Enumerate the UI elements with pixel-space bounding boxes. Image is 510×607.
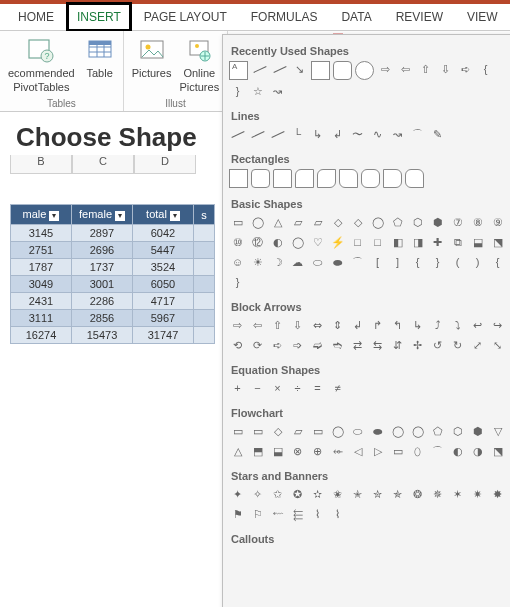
col-header-b[interactable]: B (10, 155, 72, 174)
shape-item[interactable]: ⬡ (409, 214, 426, 231)
shape-item[interactable]: ☽ (269, 254, 286, 271)
shape-item[interactable]: ⧉ (449, 234, 466, 251)
shape-item[interactable]: ⤵ (449, 317, 466, 334)
shape-rounded-rectangle[interactable] (333, 61, 352, 80)
shape-item[interactable]: ➫ (309, 337, 326, 344)
table-cell[interactable]: 3145 (11, 225, 72, 242)
filter-icon[interactable]: ▾ (170, 211, 180, 221)
tab-view[interactable]: VIEW (455, 4, 510, 30)
shape-arrow-right2[interactable]: ➪ (457, 61, 474, 78)
shape-item[interactable]: ▱ (289, 214, 306, 231)
shape-item[interactable]: [ (369, 254, 386, 271)
tab-insert[interactable]: INSERT (66, 2, 132, 32)
shape-item[interactable]: △ (269, 214, 286, 231)
shape-item[interactable]: } (429, 254, 446, 271)
shape-item[interactable]: ☀ (249, 254, 266, 271)
shape-item[interactable]: ⇦ (249, 317, 266, 334)
col-header-d[interactable]: D (134, 155, 196, 174)
shape-item[interactable]: ☺ (229, 254, 246, 271)
shape-curve[interactable]: ↝ (269, 83, 286, 100)
table-cell[interactable]: 5447 (133, 242, 194, 259)
shape-item[interactable]: ⇵ (389, 337, 406, 344)
table-cell[interactable]: 2431 (11, 293, 72, 310)
shape-item[interactable]: ↱ (369, 317, 386, 334)
table-cell[interactable]: 3524 (133, 259, 194, 276)
shape-item[interactable]: ◧ (389, 234, 406, 251)
shape-left-arrow[interactable]: ⇦ (397, 61, 414, 78)
table-cell[interactable]: 4717 (133, 293, 194, 310)
shape-item[interactable]: ◯ (249, 214, 266, 231)
shape-item[interactable]: ↺ (429, 337, 446, 344)
shape-rect-2[interactable] (251, 169, 270, 188)
table-cell[interactable]: 3049 (11, 276, 72, 293)
table-cell[interactable]: 5967 (133, 310, 194, 327)
shape-item[interactable]: ☁ (289, 254, 306, 271)
shape-rect-1[interactable] (229, 169, 248, 188)
shape-item[interactable]: ⬔ (489, 234, 506, 251)
shape-item[interactable]: { (409, 254, 426, 271)
shape-elbow-double[interactable]: ↲ (329, 126, 346, 143)
shape-item[interactable]: ⬓ (469, 234, 486, 251)
shape-item[interactable]: ➩ (289, 337, 306, 344)
filter-icon[interactable]: ▾ (49, 211, 59, 221)
shape-rect-4[interactable] (295, 169, 314, 188)
shape-item[interactable]: ▭ (229, 214, 246, 231)
shape-item[interactable]: ( (449, 254, 466, 271)
table-cell[interactable]: 6050 (133, 276, 194, 293)
shape-item[interactable]: ⬬ (329, 254, 346, 271)
shape-rectangle[interactable] (311, 61, 330, 80)
shape-rect-3[interactable] (273, 169, 292, 188)
shape-item[interactable]: { (489, 254, 506, 271)
shape-item[interactable]: ◇ (349, 214, 366, 231)
shape-item[interactable]: ⇩ (289, 317, 306, 334)
shape-item[interactable]: ◐ (269, 234, 286, 251)
shape-item[interactable]: ) (469, 254, 486, 271)
shape-item[interactable]: ⇆ (369, 337, 386, 344)
shape-star[interactable]: ☆ (249, 83, 266, 100)
table-cell[interactable]: 31747 (133, 327, 194, 344)
shape-item[interactable]: ▱ (309, 214, 326, 231)
shape-item[interactable]: ➪ (269, 337, 286, 344)
col-header-c[interactable]: C (72, 155, 134, 174)
shape-line[interactable] (251, 61, 268, 78)
table-cell[interactable]: 16274 (11, 327, 72, 344)
table-cell[interactable]: 3001 (72, 276, 133, 293)
tab-page-layout[interactable]: PAGE LAYOUT (132, 4, 239, 30)
table-cell[interactable]: 2286 (72, 293, 133, 310)
table-cell[interactable]: 2696 (72, 242, 133, 259)
tab-formulas[interactable]: FORMULAS (239, 4, 330, 30)
shape-item[interactable]: ⑩ (229, 234, 246, 251)
shape-item[interactable]: ↩ (469, 317, 486, 334)
table-cell[interactable]: 6042 (133, 225, 194, 242)
table-cell[interactable]: 2751 (11, 242, 72, 259)
shape-item[interactable]: ⤡ (489, 337, 506, 344)
shape-line-arrow[interactable] (271, 61, 288, 78)
table-cell[interactable]: 3111 (11, 310, 72, 327)
shape-freeform[interactable]: ⌒ (409, 126, 426, 143)
shape-rbrace[interactable]: } (229, 83, 246, 100)
tab-home[interactable]: HOME (6, 4, 66, 30)
shape-line-3[interactable] (269, 126, 286, 143)
shape-item[interactable]: ◯ (289, 234, 306, 251)
shape-line-2[interactable] (249, 126, 266, 143)
shape-item[interactable]: ↪ (489, 317, 506, 334)
filter-icon[interactable]: ▾ (115, 211, 125, 221)
header-s[interactable]: s (194, 205, 215, 225)
shape-item[interactable]: □ (349, 234, 366, 251)
shape-up-arrow[interactable]: ⇧ (417, 61, 434, 78)
table-cell[interactable]: 2897 (72, 225, 133, 242)
shape-textbox[interactable]: A (229, 61, 248, 80)
header-male[interactable]: male▾ (11, 205, 72, 225)
shape-elbow[interactable]: └ (289, 126, 306, 143)
shape-lbrace[interactable]: { (477, 61, 494, 78)
shape-item[interactable]: ⑫ (249, 234, 266, 251)
shape-item[interactable]: ⑨ (489, 214, 506, 231)
shape-line-1[interactable] (229, 126, 246, 143)
table-button[interactable]: Table (85, 35, 115, 79)
shape-item[interactable]: ⬢ (429, 214, 446, 231)
shape-item[interactable]: ✢ (409, 337, 426, 344)
recommended-pivottables-button[interactable]: ? ecommended PivotTables (8, 35, 75, 93)
table-cell[interactable]: 15473 (72, 327, 133, 344)
shape-oval[interactable] (355, 61, 374, 80)
pictures-button[interactable]: Pictures (132, 35, 172, 79)
